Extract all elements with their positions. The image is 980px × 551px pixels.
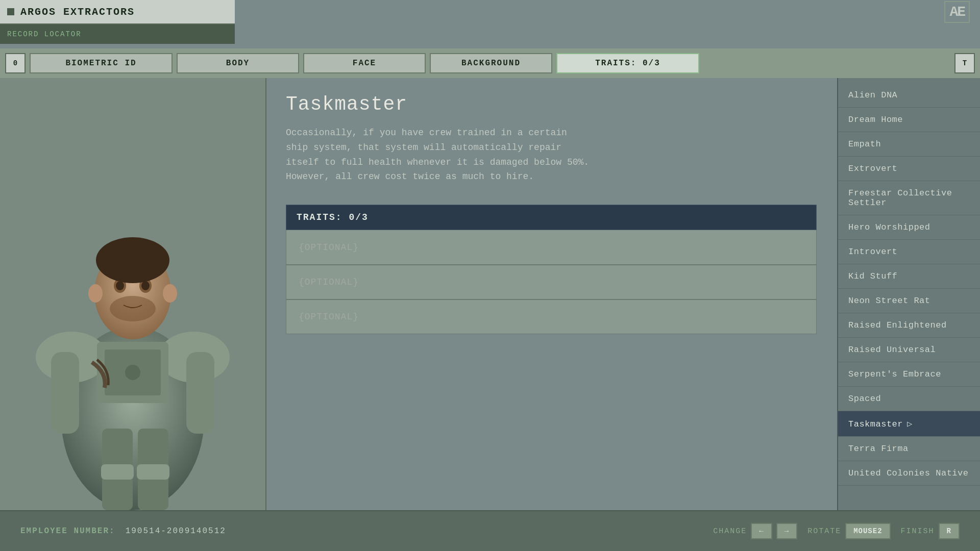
- ae-logo: AE: [944, 1, 970, 23]
- trait-list-item-serpents-embrace[interactable]: Serpent's Embrace: [838, 362, 980, 387]
- trait-list-item-introvert[interactable]: Introvert: [838, 240, 980, 264]
- svg-rect-20: [101, 464, 134, 480]
- rotate-action: ROTATE MOUSE2: [807, 523, 890, 539]
- svg-rect-7: [186, 352, 214, 434]
- app-title-bar: ARGOS EXTRACTORS: [0, 0, 235, 24]
- finish-action: FINISH R: [901, 523, 960, 539]
- traits-list-sidebar[interactable]: Alien DNADream HomeEmpathExtrovertFreest…: [837, 78, 980, 510]
- trait-list-item-taskmaster[interactable]: Taskmaster ▷: [838, 411, 980, 437]
- main-content: Taskmaster Occasionally, if you have cre…: [0, 78, 980, 510]
- tab-face[interactable]: FACE: [303, 53, 426, 73]
- employee-number: 190514-2009140512: [126, 527, 226, 536]
- svg-rect-6: [51, 352, 79, 434]
- svg-point-14: [110, 296, 156, 321]
- trait-list-item-neon-street-rat[interactable]: Neon Street Rat: [838, 289, 980, 313]
- divider-line: [265, 78, 266, 510]
- svg-point-13: [141, 281, 150, 290]
- rotate-button[interactable]: MOUSE2: [845, 523, 890, 539]
- nav-right-button[interactable]: T: [954, 53, 975, 73]
- svg-point-16: [88, 284, 103, 303]
- character-portrait: [26, 214, 240, 510]
- trait-list-item-extrovert[interactable]: Extrovert: [838, 157, 980, 181]
- footer-actions: CHANGE ← → ROTATE MOUSE2 FINISH R: [713, 523, 960, 539]
- trait-slot-2[interactable]: {OPTIONAL}: [286, 265, 817, 299]
- trait-list-item-terra-firma[interactable]: Terra Firma: [838, 437, 980, 461]
- svg-point-12: [116, 281, 124, 290]
- trait-list-item-united-colonies-native[interactable]: United Colonies Native: [838, 461, 980, 486]
- record-locator-text: RECORD LOCATOR: [7, 30, 82, 38]
- trait-description: Occasionally, if you have crew trained i…: [286, 126, 592, 184]
- finish-label: FINISH: [901, 527, 935, 536]
- title-indicator: [7, 8, 14, 15]
- rotate-label: ROTATE: [807, 527, 841, 536]
- trait-title: Taskmaster: [286, 93, 817, 115]
- footer: EMPLOYEE NUMBER: 190514-2009140512 CHANG…: [0, 510, 980, 551]
- traits-slot-panel: TRAITS: 0/3 {OPTIONAL} {OPTIONAL} {OPTIO…: [286, 205, 817, 334]
- trait-list-item-empath[interactable]: Empath: [838, 132, 980, 157]
- trait-slot-1[interactable]: {OPTIONAL}: [286, 230, 817, 265]
- svg-rect-21: [137, 464, 169, 480]
- info-panel: Taskmaster Occasionally, if you have cre…: [265, 78, 837, 510]
- finish-button[interactable]: R: [939, 523, 960, 539]
- trait-list-item-spaced[interactable]: Spaced: [838, 387, 980, 411]
- traits-slot-header: TRAITS: 0/3: [286, 205, 817, 230]
- trait-slot-3[interactable]: {OPTIONAL}: [286, 299, 817, 334]
- trait-list-item-hero-worshipped[interactable]: Hero Worshipped: [838, 215, 980, 240]
- change-prev-button[interactable]: ←: [751, 523, 772, 539]
- change-action: CHANGE ← →: [713, 523, 797, 539]
- nav-left-button[interactable]: 0: [5, 53, 26, 73]
- trait-list-item-dream-home[interactable]: Dream Home: [838, 108, 980, 132]
- ae-logo-container: AE: [944, 4, 970, 20]
- tab-background[interactable]: BACKGROUND: [430, 53, 552, 73]
- nav-tabs: 0 BIOMETRIC ID BODY FACE BACKGROUND TRAI…: [0, 48, 980, 78]
- record-locator-bar: RECORD LOCATOR: [0, 24, 235, 44]
- trait-list-item-freestar-collective-settler[interactable]: Freestar Collective Settler: [838, 181, 980, 215]
- portrait-area: [0, 78, 265, 510]
- tab-body[interactable]: BODY: [177, 53, 299, 73]
- svg-point-15: [96, 237, 169, 283]
- trait-list-item-alien-dna[interactable]: Alien DNA: [838, 83, 980, 108]
- tab-traits[interactable]: TRAITS: 0/3: [556, 53, 699, 73]
- tab-biometric[interactable]: BIOMETRIC ID: [30, 53, 173, 73]
- app-title-text: ARGOS EXTRACTORS: [20, 6, 135, 18]
- header: ARGOS EXTRACTORS RECORD LOCATOR AE: [0, 0, 980, 48]
- change-label: CHANGE: [713, 527, 747, 536]
- change-next-button[interactable]: →: [776, 523, 797, 539]
- trait-list-item-raised-enlightened[interactable]: Raised Enlightened: [838, 313, 980, 338]
- trait-list-item-raised-universal[interactable]: Raised Universal: [838, 338, 980, 362]
- svg-point-5: [125, 365, 140, 380]
- svg-point-17: [163, 284, 177, 303]
- header-left: ARGOS EXTRACTORS RECORD LOCATOR: [0, 0, 235, 44]
- trait-list-item-kid-stuff[interactable]: Kid Stuff: [838, 264, 980, 289]
- employee-label: EMPLOYEE NUMBER:: [20, 527, 115, 536]
